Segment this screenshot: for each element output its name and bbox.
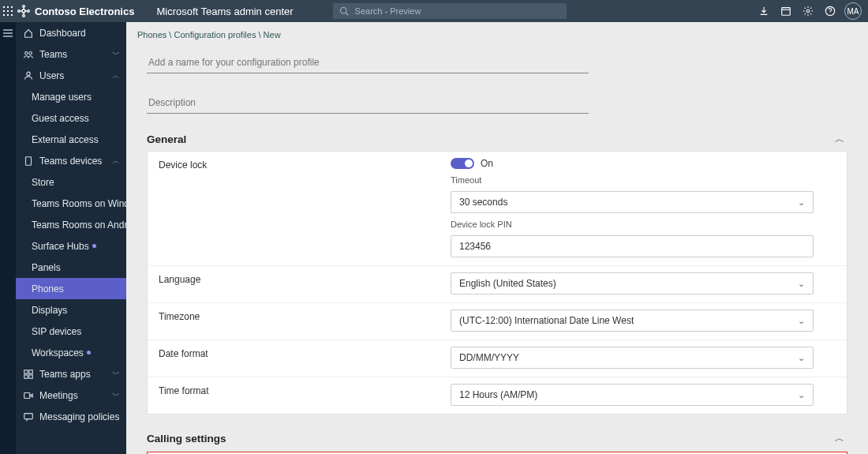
app-launcher-icon[interactable]: [0, 6, 16, 16]
language-value: English (United States): [459, 278, 556, 289]
search-placeholder: Search - Preview: [355, 6, 421, 16]
date-format-label: Date format: [148, 340, 440, 377]
sidebar-item-external-access[interactable]: External access: [16, 129, 126, 150]
svg-rect-5: [11, 10, 13, 12]
language-select[interactable]: English (United States)⌄: [451, 272, 814, 295]
pin-input[interactable]: [451, 235, 814, 257]
settings-icon[interactable]: [797, 6, 819, 17]
meet-icon: [22, 390, 35, 401]
device-lock-toggle[interactable]: On: [451, 158, 836, 169]
device-lock-label: Device lock: [148, 152, 440, 265]
teams-icon: [22, 49, 35, 60]
chevron-down-icon: ⌄: [798, 279, 805, 289]
svg-rect-31: [24, 374, 28, 377]
sidebar-item-label: External access: [32, 134, 99, 145]
sidebar-item-users[interactable]: Users︿: [16, 65, 126, 86]
sidebar-item-teams[interactable]: Teams﹀: [16, 43, 126, 65]
breadcrumb: Phones \ Configuration profiles \ New: [126, 22, 868, 43]
chevron-down-icon: ﹀: [112, 390, 120, 401]
sidebar-item-meetings[interactable]: Meetings﹀: [16, 385, 126, 406]
sidebar-item-workspaces[interactable]: Workspaces: [16, 342, 126, 363]
svg-point-24: [25, 51, 28, 54]
svg-point-18: [340, 8, 346, 14]
org-name: Contoso Electronics: [35, 6, 134, 17]
timezone-select[interactable]: (UTC-12:00) International Date Line West…: [451, 310, 814, 332]
sidebar-item-teams-devices[interactable]: Teams devices︿: [16, 150, 126, 171]
sidebar-item-label: Teams Rooms on Windo...: [32, 198, 126, 209]
svg-point-13: [28, 10, 30, 13]
svg-rect-30: [29, 370, 32, 373]
language-label: Language: [148, 266, 440, 302]
section-general-title: General: [147, 133, 186, 145]
collapse-general-icon[interactable]: ︿: [835, 133, 847, 146]
global-header: Contoso Electronics Microsoft Teams admi…: [0, 0, 868, 22]
sidebar-item-teams-apps[interactable]: Teams apps﹀: [16, 363, 126, 385]
global-search[interactable]: Search - Preview: [333, 3, 567, 19]
sidebar-item-label: Meetings: [39, 390, 78, 401]
date-format-value: DD/MM/YYYY: [459, 352, 519, 363]
sidebar-item-label: Panels: [32, 262, 61, 273]
section-calling-header: Calling settings ︿: [147, 432, 847, 445]
calendar-icon[interactable]: [775, 6, 797, 17]
device-lock-state: On: [481, 158, 493, 169]
help-icon[interactable]: [819, 6, 841, 17]
sidebar-item-label: Messaging policies: [39, 411, 119, 422]
collapse-calling-icon[interactable]: ︿: [835, 432, 847, 445]
nav-sidebar: DashboardTeams﹀Users︿Manage usersGuest a…: [16, 22, 126, 454]
crumb-config-profiles[interactable]: Configuration profiles: [174, 30, 256, 39]
sidebar-item-panels[interactable]: Panels: [16, 257, 126, 278]
svg-rect-6: [3, 14, 5, 16]
sidebar-item-label: Teams: [39, 49, 67, 60]
sidebar-item-label: Teams apps: [39, 369, 91, 380]
svg-point-11: [23, 15, 25, 17]
sidebar-item-sip-devices[interactable]: SIP devices: [16, 321, 126, 342]
app-title: Microsoft Teams admin center: [156, 6, 293, 17]
chevron-up-icon: ︿: [112, 156, 120, 167]
org-logo-icon: [17, 5, 30, 17]
sidebar-item-guest-access[interactable]: Guest access: [16, 107, 126, 129]
user-avatar[interactable]: MA: [844, 2, 862, 20]
sidebar-item-label: Manage users: [32, 92, 92, 103]
sidebar-item-store[interactable]: Store: [16, 171, 126, 193]
profile-desc-input[interactable]: [147, 92, 589, 114]
sidebar-item-label: Displays: [32, 305, 67, 316]
date-format-select[interactable]: DD/MM/YYYY⌄: [451, 347, 814, 369]
general-panel: Device lock On Timeout 30 seconds⌄ Devic…: [147, 151, 847, 415]
download-icon[interactable]: [753, 6, 775, 17]
sidebar-item-label: Workspaces: [32, 347, 84, 358]
new-indicator-icon: [87, 351, 91, 355]
svg-rect-29: [24, 370, 28, 373]
msg-icon: [22, 411, 35, 422]
main-content: Phones \ Configuration profiles \ New Ge…: [126, 22, 868, 454]
collapse-rail[interactable]: [0, 22, 16, 454]
sidebar-item-surface-hubs[interactable]: Surface Hubs: [16, 235, 126, 257]
users-icon: [22, 70, 35, 81]
sidebar-item-label: Teams devices: [39, 156, 102, 167]
chevron-down-icon: ⌄: [798, 197, 805, 208]
time-format-select[interactable]: 12 Hours (AM/PM)⌄: [451, 384, 814, 406]
profile-name-input[interactable]: [147, 52, 589, 73]
sidebar-item-dashboard[interactable]: Dashboard: [16, 22, 126, 43]
chevron-up-icon: ︿: [112, 70, 120, 81]
timeout-select[interactable]: 30 seconds⌄: [451, 191, 814, 213]
svg-point-22: [806, 9, 810, 13]
svg-rect-1: [7, 6, 9, 8]
svg-rect-7: [7, 14, 9, 16]
svg-rect-3: [3, 10, 5, 12]
sidebar-item-label: Dashboard: [39, 28, 86, 39]
svg-rect-8: [11, 14, 13, 16]
chevron-down-icon: ⌄: [798, 316, 805, 326]
crumb-phones[interactable]: Phones: [137, 30, 166, 39]
sidebar-item-teams-rooms-on-android[interactable]: Teams Rooms on Android: [16, 214, 126, 235]
device-icon: [22, 156, 35, 167]
time-format-label: Time format: [148, 377, 440, 414]
sidebar-item-manage-users[interactable]: Manage users: [16, 86, 126, 107]
svg-point-26: [27, 72, 30, 75]
sidebar-item-messaging-policies[interactable]: Messaging policies: [16, 406, 126, 427]
sidebar-item-label: SIP devices: [32, 326, 81, 337]
sidebar-item-teams-rooms-on-windo-[interactable]: Teams Rooms on Windo...: [16, 193, 126, 214]
sidebar-item-phones[interactable]: Phones: [16, 278, 126, 299]
sidebar-item-label: Teams Rooms on Android: [32, 219, 126, 231]
sidebar-item-displays[interactable]: Displays: [16, 299, 126, 321]
section-calling-title: Calling settings: [147, 433, 226, 445]
